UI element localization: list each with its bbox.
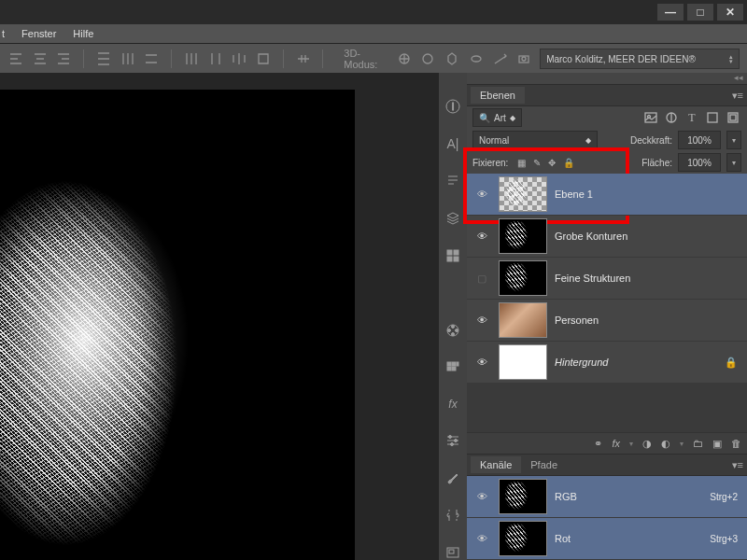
menu-fenster[interactable]: Fenster [21, 28, 56, 39]
layer-row-hintergrund[interactable]: 👁 Hintergrund 🔒 [467, 342, 747, 384]
channel-name: Rot [555, 533, 571, 544]
channel-row-rot[interactable]: 👁 Rot Strg+3 [467, 518, 747, 560]
filter-type-icon[interactable]: T [684, 109, 700, 126]
3d-icon-2[interactable] [420, 49, 437, 68]
styles-icon[interactable] [444, 360, 461, 375]
brush-icon[interactable] [444, 470, 461, 485]
layer-name[interactable]: Personen [555, 315, 599, 326]
3d-icon-3[interactable] [444, 49, 460, 68]
svg-rect-15 [447, 362, 451, 366]
layer-name[interactable]: Ebene 1 [555, 189, 593, 200]
paragraph-icon[interactable] [444, 174, 461, 189]
layers-panel-menu-icon[interactable]: ▾≡ [732, 90, 743, 102]
svg-rect-9 [454, 257, 458, 261]
right-panels: ◂◂ Ebenen ▾≡ 🔍 Art ◆ T Normal◆ Deckkraft… [467, 73, 747, 560]
close-button[interactable]: ✕ [717, 4, 743, 21]
lock-icon: 🔒 [725, 357, 738, 369]
distribute-icon-3[interactable] [143, 49, 160, 68]
layer-thumbnail[interactable] [499, 218, 547, 254]
layer-row-personen[interactable]: 👁 Personen [467, 300, 747, 342]
adjustment-layer-icon[interactable]: ◐ [661, 438, 670, 450]
filter-adjust-icon[interactable] [663, 109, 680, 126]
channels-panel-menu-icon[interactable]: ▾≡ [732, 459, 743, 471]
align-icon-1[interactable] [7, 49, 24, 68]
fill-stepper[interactable]: ▾ [726, 153, 741, 172]
properties-icon[interactable] [444, 508, 461, 523]
channel-name: RGB [555, 491, 577, 502]
user-dropdown[interactable]: Marco Kolditz, MEER DER IDEEN® ▴▾ [540, 49, 740, 69]
layer-name[interactable]: Feine Strukturen [555, 273, 630, 284]
new-layer-icon[interactable]: ▣ [712, 438, 722, 450]
fx-icon[interactable]: fx [444, 398, 461, 411]
layer-thumbnail[interactable] [499, 260, 547, 296]
layer-fx-icon[interactable]: fx [612, 438, 620, 449]
menu-hilfe[interactable]: Hilfe [73, 28, 93, 39]
align-icon-3[interactable] [55, 49, 72, 68]
channel-thumbnail[interactable] [499, 521, 547, 556]
distribute-icon-4[interactable] [183, 49, 200, 68]
link-layers-icon[interactable]: ⚭ [594, 438, 602, 450]
3d-icon-5[interactable] [492, 49, 509, 68]
layer-thumbnail[interactable] [499, 344, 547, 380]
distribute-icon-1[interactable] [95, 49, 112, 68]
layer-thumbnail[interactable] [499, 176, 547, 212]
swatches-icon[interactable] [444, 323, 461, 338]
paths-tab[interactable]: Pfade [521, 456, 567, 473]
3d-icon-6[interactable] [515, 49, 532, 68]
channel-thumbnail[interactable] [499, 479, 547, 514]
maximize-button[interactable]: □ [687, 4, 713, 21]
filter-image-icon[interactable] [642, 109, 659, 126]
visibility-icon[interactable]: 👁 [472, 533, 491, 544]
opacity-stepper[interactable]: ▾ [726, 131, 741, 149]
info-icon[interactable]: i [444, 99, 461, 114]
svg-text:i: i [452, 102, 454, 112]
delete-layer-icon[interactable]: 🗑 [731, 438, 741, 449]
canvas[interactable] [0, 90, 355, 560]
svg-rect-8 [447, 257, 452, 261]
filter-smart-icon[interactable] [725, 109, 741, 126]
group-icon[interactable]: 🗀 [693, 438, 703, 449]
3d-icon-4[interactable] [468, 49, 485, 68]
visibility-icon[interactable]: ▢ [472, 273, 491, 285]
layer-name[interactable]: Grobe Konturen [555, 231, 627, 242]
layer-row-ebene1[interactable]: 👁 Ebene 1 [467, 174, 747, 216]
layer-kind-dropdown[interactable]: 🔍 Art ◆ [472, 108, 522, 127]
visibility-icon[interactable]: 👁 [472, 491, 491, 502]
filter-shape-icon[interactable] [704, 109, 721, 126]
layer-name[interactable]: Hintergrund [555, 357, 608, 368]
layer-row-grobe[interactable]: 👁 Grobe Konturen [467, 216, 747, 258]
distribute-icon-5[interactable] [207, 49, 224, 68]
visibility-icon[interactable]: 👁 [472, 315, 491, 326]
collapse-panels-icon[interactable]: ◂◂ [467, 73, 747, 84]
visibility-icon[interactable]: 👁 [472, 357, 491, 368]
fill-field[interactable]: 100% [678, 153, 721, 172]
layer-thumbnail[interactable] [499, 302, 547, 338]
channel-row-rgb[interactable]: 👁 RGB Strg+2 [467, 476, 747, 518]
layer-row-feine[interactable]: ▢ Feine Strukturen [467, 258, 747, 300]
adjustments-icon[interactable] [444, 433, 461, 448]
svg-rect-19 [452, 367, 456, 371]
visibility-icon[interactable]: 👁 [472, 231, 491, 242]
distribute-icon-8[interactable] [295, 49, 312, 68]
3d-icon-1[interactable] [396, 49, 413, 68]
svg-rect-16 [452, 362, 456, 366]
menu-t[interactable]: t [2, 28, 5, 39]
layer-mask-icon[interactable]: ◑ [642, 438, 652, 450]
history-icon[interactable] [444, 248, 461, 263]
visibility-icon[interactable]: 👁 [472, 189, 491, 200]
svg-point-11 [452, 326, 455, 329]
distribute-icon-2[interactable] [120, 49, 136, 68]
navigator-icon[interactable] [444, 545, 461, 560]
blend-mode-dropdown[interactable]: Normal◆ [472, 131, 598, 149]
distribute-icon-6[interactable] [231, 49, 247, 68]
align-icon-2[interactable] [32, 49, 49, 68]
opacity-field[interactable]: 100% [678, 131, 721, 149]
channel-shortcut: Strg+2 [710, 492, 738, 502]
layers-tab[interactable]: Ebenen [471, 87, 525, 104]
layers-icon[interactable] [444, 211, 461, 226]
channels-tab[interactable]: Kanäle [471, 456, 521, 473]
minimize-button[interactable]: — [657, 4, 684, 21]
distribute-icon-7[interactable] [255, 49, 272, 68]
character-icon[interactable]: A| [444, 136, 461, 151]
menu-bar: t Fenster Hilfe [0, 24, 747, 44]
